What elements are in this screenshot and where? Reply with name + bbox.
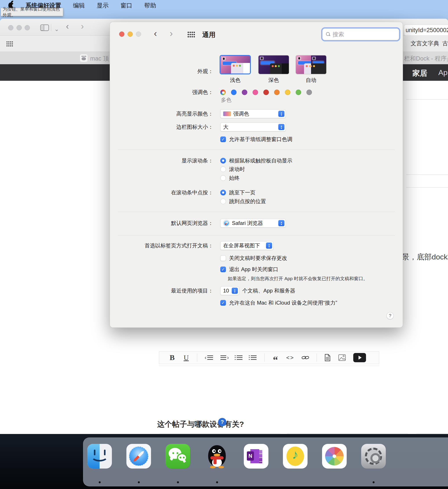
system-preferences-window: ‹ › 通用 搜索 外观： 浅色 (110, 22, 403, 328)
underline-icon[interactable]: U (183, 353, 190, 362)
appearance-option-auto[interactable] (296, 55, 327, 75)
scrollbar-auto-radio[interactable] (220, 158, 226, 164)
accent-graphite[interactable] (306, 90, 312, 95)
nav-link-app[interactable]: App (438, 68, 448, 77)
close-on-quit-checkbox[interactable]: ✓ (220, 266, 226, 272)
close-on-quit-label: 退出 App 时关闭窗口 (229, 266, 278, 273)
accent-pink[interactable] (253, 90, 258, 95)
nav-link-home[interactable]: 家居 (412, 68, 427, 78)
running-indicator (216, 481, 218, 483)
close-button[interactable] (119, 32, 124, 37)
browser-close-button[interactable] (8, 25, 13, 30)
forward-button[interactable]: › (170, 28, 173, 39)
scrollbar-when-scrolling-label: 滚动时 (229, 166, 245, 173)
code-icon[interactable]: <> (286, 353, 294, 362)
appearance-label: 外观： (110, 68, 213, 75)
dock-qq-music-icon[interactable]: ♪ (283, 444, 308, 469)
handoff-checkbox[interactable]: ✓ (220, 300, 226, 306)
indent-icon[interactable]: › (220, 353, 229, 362)
safari-icon (223, 220, 230, 226)
accent-green[interactable] (296, 90, 301, 95)
address-bar[interactable]: unityId=2500002 (404, 25, 448, 36)
bookmark-item[interactable]: 古诗 (442, 40, 448, 47)
recent-items-value: 10 (223, 288, 229, 294)
dock-qq-icon[interactable] (205, 444, 229, 469)
browser-forward-button[interactable]: › (81, 21, 84, 31)
favorites-grid-icon[interactable] (6, 41, 13, 47)
wallpaper-tint-checkbox[interactable]: ✓ (220, 136, 226, 142)
prefer-tabs-dropdown[interactable]: 在全屏幕视图下 ▴▾ (220, 241, 273, 250)
recent-items-dropdown[interactable]: 10 ▴▾ (220, 286, 239, 295)
menu-item-help[interactable]: 帮助 (144, 1, 156, 9)
bookmark-item[interactable]: 文言文字典 (411, 40, 439, 47)
running-indicator (177, 481, 179, 483)
appearance-option-light[interactable] (220, 55, 251, 75)
accent-yellow[interactable] (285, 90, 290, 95)
bold-icon[interactable]: B (169, 353, 176, 362)
chevron-down-icon[interactable]: ⌄ (54, 26, 59, 33)
outdent-icon[interactable]: ‹ (205, 353, 213, 362)
browser-zoom-button[interactable] (25, 25, 30, 30)
apple-logo-mini (222, 57, 226, 60)
accent-blue[interactable] (231, 90, 237, 95)
form-divider (406, 174, 448, 175)
sidebar-toggle-icon[interactable] (40, 25, 49, 31)
section-help-icon[interactable]: ? (218, 418, 226, 426)
accent-multicolor-selected[interactable] (220, 90, 226, 95)
screen: 系统偏好设置 编辑 显示 窗口 帮助 为按钮、菜单和窗口使用浅色外观。 ⌄ ‹ … (0, 0, 448, 489)
ordered-list-icon[interactable] (236, 353, 243, 362)
accent-orange[interactable] (274, 90, 280, 95)
highlight-dropdown[interactable]: 强调色 ▴▾ (220, 109, 286, 118)
dock-wechat-icon[interactable] (166, 444, 190, 469)
menu-item-edit[interactable]: 编辑 (73, 1, 85, 9)
accent-selected-name: 多色 (221, 96, 232, 103)
document-icon[interactable] (324, 353, 331, 362)
jump-next-page-label: 跳至下一页 (229, 189, 256, 196)
search-input[interactable]: 搜索 (322, 28, 399, 40)
jump-to-spot-radio[interactable] (220, 199, 226, 204)
help-button[interactable]: ? (386, 312, 394, 319)
post-body-text: 景，底部dock栏 (402, 252, 448, 262)
bullet-list-icon[interactable] (250, 353, 257, 362)
dock-finder-icon[interactable] (87, 444, 112, 469)
scrollbar-auto-label: 根据鼠标或触控板自动显示 (229, 157, 292, 164)
accent-red[interactable] (263, 90, 269, 95)
menu-item-window[interactable]: 窗口 (120, 1, 132, 9)
dropdown-stepper-icon: ▴▾ (232, 288, 238, 294)
scrollbar-when-scrolling-radio[interactable] (220, 166, 226, 172)
appearance-auto-label: 自动 (295, 77, 327, 84)
section-divider (118, 150, 395, 150)
dropdown-stepper-icon: ▴▾ (278, 220, 284, 226)
menu-item-view[interactable]: 显示 (97, 1, 109, 9)
toolbar-divider (197, 353, 197, 362)
appearance-option-dark[interactable] (258, 55, 289, 75)
browser-back-button[interactable]: ‹ (66, 21, 69, 31)
tab-title-left[interactable]: mac 顶 (90, 55, 109, 63)
window-title: 通用 (202, 30, 216, 39)
back-button[interactable]: ‹ (154, 28, 157, 39)
quote-icon[interactable]: “ (272, 353, 279, 362)
default-browser-dropdown[interactable]: Safari 浏览器 ▴▾ (220, 219, 286, 228)
default-browser-value: Safari 浏览器 (232, 220, 263, 227)
dock-onenote-icon[interactable]: N (244, 444, 268, 469)
default-browser-label: 默认网页浏览器： (110, 220, 213, 227)
device-section-heading: 这个帖子与哪款设备有关? (157, 419, 244, 429)
link-icon[interactable] (302, 353, 309, 362)
image-icon[interactable] (338, 353, 346, 362)
jump-next-page-radio[interactable] (220, 190, 226, 195)
dock-safari-icon[interactable] (126, 444, 151, 469)
ask-save-checkbox[interactable] (220, 255, 226, 261)
tab-title-right[interactable]: 栏和Dock - 程序员大 (404, 55, 448, 63)
sidebar-size-dropdown[interactable]: 大 ▴▾ (220, 123, 286, 131)
accent-purple[interactable] (242, 90, 247, 95)
prefer-tabs-value: 在全屏幕视图下 (223, 242, 260, 249)
minimize-button[interactable] (128, 32, 133, 37)
dock-system-preferences-icon[interactable] (361, 444, 386, 469)
show-all-grid-icon[interactable] (187, 31, 195, 37)
search-icon (326, 32, 330, 37)
dock-photos-icon[interactable] (322, 444, 347, 469)
browser-minimize-button[interactable] (16, 25, 22, 30)
scrollbar-always-radio[interactable] (220, 175, 226, 181)
video-icon[interactable] (353, 353, 366, 362)
recent-items-label: 最近使用的项目： (110, 287, 213, 294)
